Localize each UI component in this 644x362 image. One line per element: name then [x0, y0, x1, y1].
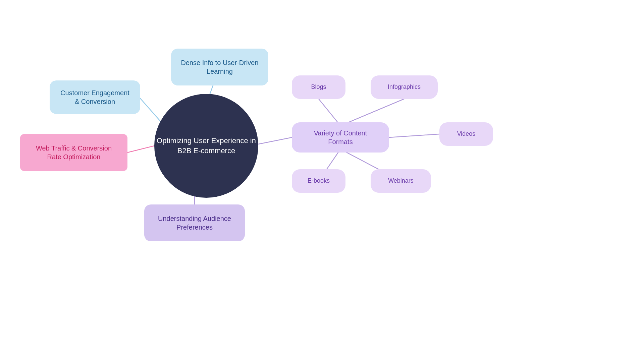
infographics-node[interactable]: Infographics	[371, 75, 438, 99]
customer-engagement-label: Customer Engagement & Conversion	[58, 88, 132, 106]
ebooks-node[interactable]: E-books	[292, 169, 345, 193]
blogs-node[interactable]: Blogs	[292, 75, 345, 99]
web-traffic-node[interactable]: Web Traffic & Conversion Rate Optimizati…	[20, 134, 127, 171]
svg-line-2	[127, 146, 154, 153]
svg-line-5	[319, 99, 340, 126]
dense-info-node[interactable]: Dense Info to User-Driven Learning	[171, 49, 268, 85]
svg-line-7	[389, 134, 439, 137]
customer-engagement-node[interactable]: Customer Engagement & Conversion	[50, 80, 140, 114]
variety-content-node[interactable]: Variety of Content Formats	[292, 122, 389, 153]
videos-node[interactable]: Videos	[439, 122, 493, 146]
understanding-audience-node[interactable]: Understanding Audience Preferences	[144, 204, 245, 241]
infographics-label: Infographics	[388, 83, 421, 91]
svg-line-4	[258, 137, 292, 144]
videos-label: Videos	[457, 130, 476, 138]
web-traffic-label: Web Traffic & Conversion Rate Optimizati…	[28, 144, 119, 161]
variety-content-label: Variety of Content Formats	[301, 129, 380, 146]
webinars-label: Webinars	[388, 177, 414, 185]
blogs-label: Blogs	[311, 83, 326, 91]
svg-line-6	[340, 99, 404, 126]
ebooks-label: E-books	[308, 177, 330, 185]
webinars-node[interactable]: Webinars	[371, 169, 431, 193]
center-label: Optimizing User Experience in B2B E-comm…	[154, 136, 258, 156]
dense-info-label: Dense Info to User-Driven Learning	[179, 58, 260, 76]
understanding-audience-label: Understanding Audience Preferences	[152, 214, 237, 232]
center-node[interactable]: Optimizing User Experience in B2B E-comm…	[154, 94, 258, 198]
